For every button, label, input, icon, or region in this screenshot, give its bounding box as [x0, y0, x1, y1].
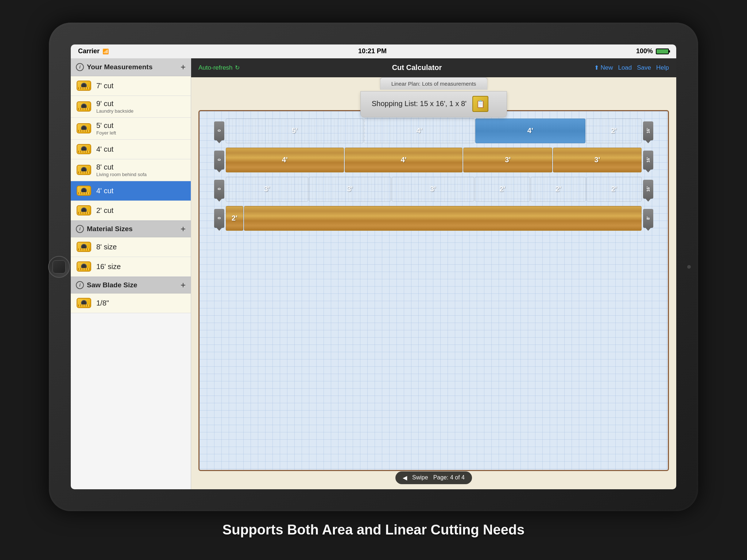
tape-measure-stripe	[78, 108, 90, 110]
measurements-list: 7' cut 9' cut Laundry backside	[71, 76, 191, 489]
saw-info-icon[interactable]: i	[76, 281, 84, 289]
material-info-icon[interactable]: i	[76, 225, 84, 233]
board-inner-3: 3' 3' 3' 2' 2' 2'	[226, 177, 642, 202]
tape-measure-stripe	[78, 171, 90, 174]
tag-left-1: 0	[214, 121, 224, 140]
wood-segment: 4'	[226, 148, 344, 172]
load-button[interactable]: Load	[618, 64, 632, 71]
item-label: 4' cut	[96, 187, 113, 195]
list-item-selected[interactable]: 4' cut	[71, 181, 191, 201]
wood-segment: 3'	[392, 177, 474, 202]
material-header-left: i Material Sizes	[76, 225, 133, 233]
wood-segment: 4'	[345, 148, 463, 172]
list-item[interactable]: 1/8"	[71, 293, 191, 313]
board-area: Linear Plan: Lots of measurements Shoppi…	[191, 77, 676, 489]
auto-refresh[interactable]: Auto-refresh ↻	[198, 64, 240, 71]
saw-blade-header: i Saw Blade Size +	[71, 277, 191, 293]
plan-tab[interactable]: Linear Plan: Lots of measurements	[380, 77, 488, 90]
wood-segment: 2'	[531, 177, 586, 202]
tape-measure-stripe	[78, 192, 90, 194]
item-label: 4' cut	[96, 145, 113, 153]
tag-right-4: 8'	[643, 209, 653, 228]
tape-measure-stripe	[78, 212, 90, 214]
tape-measure	[77, 144, 91, 154]
item-info: 5' cut Foyer left	[96, 121, 116, 136]
list-item[interactable]: 4' cut	[71, 140, 191, 159]
wood-segment: 2'	[586, 118, 642, 143]
shopping-list-banner: Shopping List: 15 x 16', 1 x 8' 📋	[360, 91, 507, 117]
tag-text: 16'	[646, 128, 650, 133]
tape-measure	[77, 101, 91, 112]
ipad-device: Carrier 📶 10:21 PM 100% i Your Measureme…	[49, 23, 698, 511]
list-item[interactable]: 8' cut Living room behind sofa	[71, 159, 191, 181]
page-label: Page: 4 of 4	[433, 474, 465, 481]
tape-measure	[77, 242, 91, 252]
tape-icon	[76, 261, 92, 272]
tag-text: 0	[217, 217, 221, 219]
carrier-label: Carrier	[78, 47, 100, 55]
tag-right-1: 16'	[643, 121, 653, 140]
list-item[interactable]: 2' cut	[71, 201, 191, 221]
top-bar-actions: ⬆ New Load Save Help	[594, 64, 669, 71]
wood-segment: 3'	[226, 177, 308, 202]
tag-text: 16'	[646, 186, 650, 192]
tag-text: 0	[217, 188, 221, 190]
item-sub: Laundry backside	[96, 108, 133, 114]
list-item[interactable]: 9' cut Laundry backside	[71, 96, 191, 118]
clipboard-icon: 📋	[472, 96, 488, 112]
list-item[interactable]: 5' cut Foyer left	[71, 118, 191, 140]
tag-text: 0	[217, 159, 221, 161]
item-sub: Living room behind sofa	[96, 172, 147, 177]
new-button[interactable]: ⬆ New	[594, 64, 613, 71]
board-row-4: 0 2' 8'	[214, 206, 653, 231]
refresh-icon: ↻	[235, 64, 240, 71]
board-inner-4: 2'	[226, 206, 642, 231]
status-right: 100%	[636, 47, 669, 55]
tape-measure	[77, 261, 91, 272]
tape-icon	[76, 297, 92, 309]
help-button[interactable]: Help	[656, 64, 669, 71]
wood-segment-blue: 4'	[475, 118, 585, 143]
material-add-btn[interactable]: +	[181, 224, 186, 234]
board-inner-1: 5' 4' 4' 2'	[226, 118, 642, 143]
tag-left-4: 0	[214, 209, 224, 228]
material-title: Material Sizes	[87, 225, 133, 233]
board-row-1: 0 5' 4' 4' 2' 16'	[214, 118, 653, 143]
new-label: New	[600, 64, 613, 71]
tape-measure	[77, 123, 91, 133]
measurements-header-left: i Your Measurements	[76, 63, 152, 71]
measurements-title: Your Measurements	[87, 63, 152, 71]
list-item[interactable]: 8' size	[71, 237, 191, 257]
tape-measure-stripe	[78, 151, 90, 153]
grid-area: 0 5' 4' 4' 2' 16'	[198, 110, 669, 471]
status-left: Carrier 📶	[78, 47, 109, 55]
battery-label: 100%	[636, 47, 653, 55]
tape-measure	[77, 205, 91, 215]
list-item[interactable]: 7' cut	[71, 76, 191, 96]
tag-right-2: 16'	[643, 151, 653, 170]
tape-icon	[76, 241, 92, 253]
app-title: Cut Calculator	[247, 63, 587, 72]
measurements-add-btn[interactable]: +	[181, 62, 186, 72]
item-label: 8' cut	[96, 163, 147, 171]
tag-right-3: 16'	[643, 180, 653, 199]
upload-icon: ⬆	[594, 64, 599, 71]
swipe-label: Swipe	[412, 474, 428, 481]
home-button[interactable]	[48, 256, 70, 278]
home-button-inner	[53, 260, 66, 273]
bottom-caption: Supports Both Area and Linear Cutting Ne…	[222, 522, 525, 538]
shopping-list-text: Shopping List: 15 x 16', 1 x 8'	[372, 100, 467, 108]
list-item[interactable]: 16' size	[71, 257, 191, 277]
item-label: 16' size	[96, 262, 121, 271]
wood-segment: 5'	[226, 118, 363, 143]
tag-text: 16'	[646, 157, 650, 163]
swipe-bar[interactable]: ◀ Swipe Page: 4 of 4	[395, 471, 472, 484]
measurements-info-icon[interactable]: i	[76, 63, 84, 71]
saw-add-btn[interactable]: +	[181, 280, 186, 290]
status-bar: Carrier 📶 10:21 PM 100%	[71, 44, 676, 58]
tag-left-3: 0	[214, 180, 224, 199]
save-button[interactable]: Save	[637, 64, 651, 71]
tape-measure-stripe	[78, 248, 90, 250]
wood-segment: 2'	[587, 177, 642, 202]
item-info: 4' cut	[96, 187, 113, 195]
